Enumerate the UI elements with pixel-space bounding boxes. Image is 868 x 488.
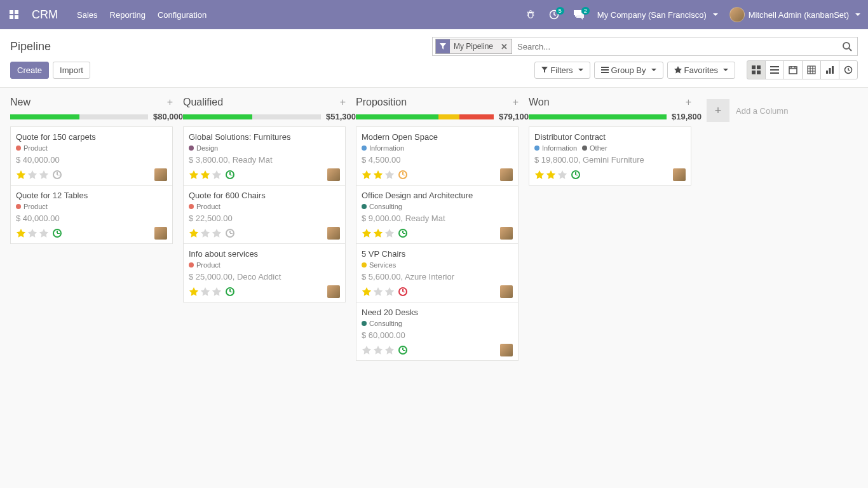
activity-clock-icon[interactable] [53,170,62,179]
view-graph[interactable] [820,60,839,79]
star-icon[interactable] [189,287,199,297]
activity-clock-icon[interactable] [398,170,407,179]
star-icon[interactable] [373,170,383,180]
kanban-card[interactable]: Info about services Product $ 25,000.00,… [183,243,346,302]
assignee-avatar[interactable] [500,227,513,240]
star-icon[interactable] [362,170,372,180]
star-icon[interactable] [557,170,567,180]
company-switcher[interactable]: My Company (San Francisco) [595,6,721,24]
star-icon[interactable] [27,228,37,238]
activity-clock-icon[interactable] [226,229,234,238]
star-icon[interactable] [362,228,372,238]
search-view[interactable]: My Pipeline ✕ [432,37,858,56]
star-icon[interactable] [212,228,222,238]
quick-create-icon[interactable]: + [686,97,691,108]
star-icon[interactable] [27,170,37,180]
assignee-avatar[interactable] [673,168,686,181]
activity-clock-icon[interactable] [398,287,407,296]
star-icon[interactable] [384,170,395,180]
kanban-card[interactable]: Quote for 150 carpets Product $ 40,000.0… [10,126,173,186]
star-icon[interactable] [16,170,26,180]
nav-reporting[interactable]: Reporting [105,2,151,28]
star-icon[interactable] [384,345,395,355]
quick-create-icon[interactable]: + [513,97,519,108]
quick-create-icon[interactable]: + [340,97,346,108]
assignee-avatar[interactable] [500,344,513,356]
column-title[interactable]: Qualified [183,97,223,108]
filters-dropdown[interactable]: Filters [534,62,590,79]
view-kanban[interactable] [747,60,766,79]
nav-config[interactable]: Configuration [153,2,212,28]
facet-remove[interactable]: ✕ [497,42,512,51]
activity-clock-icon[interactable] [226,170,234,179]
search-icon[interactable] [837,41,857,51]
kanban-card[interactable]: Quote for 12 Tables Product $ 40,000.00 [10,185,173,244]
star-icon[interactable] [16,228,26,238]
add-column-label[interactable]: Add a Column [736,106,788,116]
star-icon[interactable] [362,345,372,355]
star-icon[interactable] [212,170,222,180]
apps-icon[interactable] [5,6,23,24]
assignee-avatar[interactable] [500,168,513,181]
assignee-avatar[interactable] [327,168,340,181]
star-icon[interactable] [384,287,395,297]
kanban-card[interactable]: Modern Open Space Information $ 4,500.00 [356,126,519,186]
kanban-card[interactable]: 5 VP Chairs Services $ 5,600.00, Azure I… [356,243,519,302]
nav-sales[interactable]: Sales [72,2,103,28]
activity-clock-icon[interactable] [398,229,407,238]
kanban-card[interactable]: Need 20 Desks Consulting $ 60,000.00 [356,302,519,361]
activity-clock-icon[interactable] [53,229,62,238]
create-button[interactable]: Create [10,62,49,79]
progress-bar[interactable] [10,114,148,119]
star-icon[interactable] [39,228,49,238]
star-icon[interactable] [373,345,383,355]
column-title[interactable]: Won [529,97,550,108]
activity-clock-icon[interactable] [398,346,407,355]
view-calendar[interactable] [783,60,803,79]
star-icon[interactable] [362,287,372,297]
activity-clock-icon[interactable] [571,170,580,179]
kanban-card[interactable]: Global Solutions: Furnitures Design $ 3,… [183,126,346,186]
star-icon[interactable] [373,228,383,238]
user-menu[interactable]: Mitchell Admin (kanbanSet) [727,3,863,26]
kanban-card[interactable]: Office Design and Architecture Consultin… [356,185,519,244]
quick-create-icon[interactable]: + [167,97,173,108]
progress-bar[interactable] [183,114,321,119]
progress-bar[interactable] [356,114,494,119]
view-activity[interactable] [839,60,858,79]
assignee-avatar[interactable] [327,227,340,240]
star-icon[interactable] [534,170,545,180]
kanban-card[interactable]: Distributor Contract InformationOther $ … [529,126,691,186]
priority-stars [362,228,395,238]
activities-icon[interactable]: 5 [545,6,563,24]
import-button[interactable]: Import [53,62,90,79]
search-input[interactable] [512,37,837,55]
groupby-dropdown[interactable]: Group By [594,62,663,79]
column-title[interactable]: New [10,97,31,108]
star-icon[interactable] [39,170,49,180]
brand[interactable]: CRM [25,8,69,22]
view-pivot[interactable] [802,60,821,79]
star-icon[interactable] [546,170,556,180]
add-column-button[interactable]: + [707,99,729,122]
star-icon[interactable] [189,170,199,180]
kanban-card[interactable]: Quote for 600 Chairs Product $ 22,500.00 [183,185,346,244]
star-icon[interactable] [212,287,222,297]
activity-clock-icon[interactable] [226,287,234,296]
star-icon[interactable] [200,287,210,297]
messages-icon[interactable]: 2 [569,6,588,24]
view-list[interactable] [765,60,784,79]
star-icon[interactable] [189,228,199,238]
favorites-dropdown[interactable]: Favorites [667,62,735,79]
star-icon[interactable] [200,170,210,180]
star-icon[interactable] [373,287,383,297]
assignee-avatar[interactable] [500,285,513,298]
assignee-avatar[interactable] [154,168,167,181]
debug-icon[interactable] [522,6,539,23]
progress-bar[interactable] [529,114,667,119]
assignee-avatar[interactable] [327,285,340,298]
column-title[interactable]: Proposition [356,97,407,108]
assignee-avatar[interactable] [154,227,167,240]
star-icon[interactable] [384,228,395,238]
star-icon[interactable] [200,228,210,238]
